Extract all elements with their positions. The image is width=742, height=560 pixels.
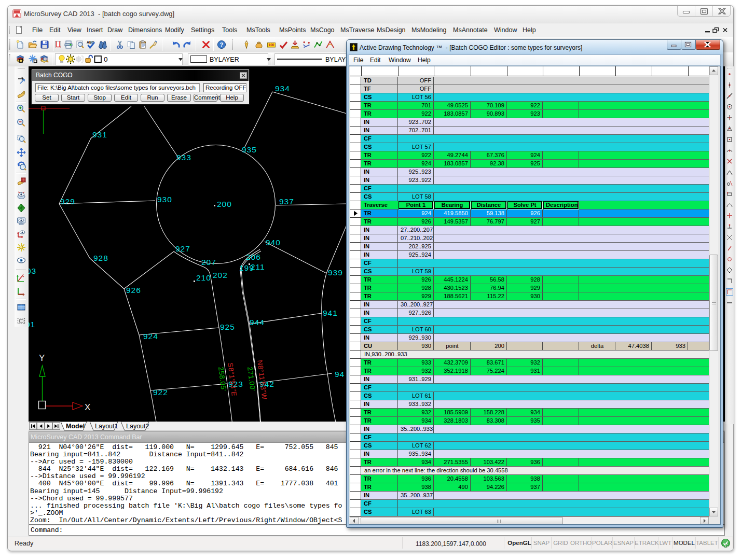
svg-text:211: 211 (251, 262, 265, 271)
svg-text:934: 934 (275, 84, 290, 93)
svg-text:926: 926 (126, 286, 141, 295)
svg-text:929: 929 (60, 197, 75, 206)
svg-text:925: 925 (220, 323, 235, 331)
svg-text:937: 937 (279, 197, 294, 206)
svg-text:933: 933 (176, 153, 191, 162)
svg-text:924: 924 (143, 332, 158, 341)
svg-text:100: 100 (268, 43, 274, 47)
svg-text:930: 930 (157, 195, 172, 204)
svg-text:928: 928 (93, 254, 108, 262)
svg-text:202: 202 (213, 271, 228, 279)
svg-text:927: 927 (175, 244, 190, 253)
svg-text:206: 206 (246, 253, 261, 261)
svg-text:Model: Model (66, 423, 85, 430)
svg-text:94: 94 (335, 370, 345, 379)
svg-text:Layout2: Layout2 (126, 423, 149, 430)
svg-text:01: 01 (29, 320, 35, 329)
svg-text:207: 207 (201, 258, 216, 267)
svg-text:03: 03 (29, 267, 36, 275)
svg-text:940: 940 (266, 238, 281, 247)
svg-text:Y: Y (39, 353, 45, 363)
svg-text:210: 210 (196, 273, 211, 282)
svg-text:X: X (85, 402, 90, 412)
svg-text:Layout1: Layout1 (95, 423, 118, 430)
svg-text:931: 931 (92, 130, 107, 139)
svg-text:?: ? (219, 41, 223, 48)
svg-text:941: 941 (323, 309, 338, 317)
svg-text:939: 939 (328, 268, 343, 277)
svg-text:922: 922 (153, 388, 168, 397)
svg-text:935: 935 (242, 145, 257, 154)
svg-text:200: 200 (217, 200, 232, 208)
svg-text:944: 944 (250, 318, 265, 327)
svg-text:258.05': 258.05' (217, 367, 228, 392)
